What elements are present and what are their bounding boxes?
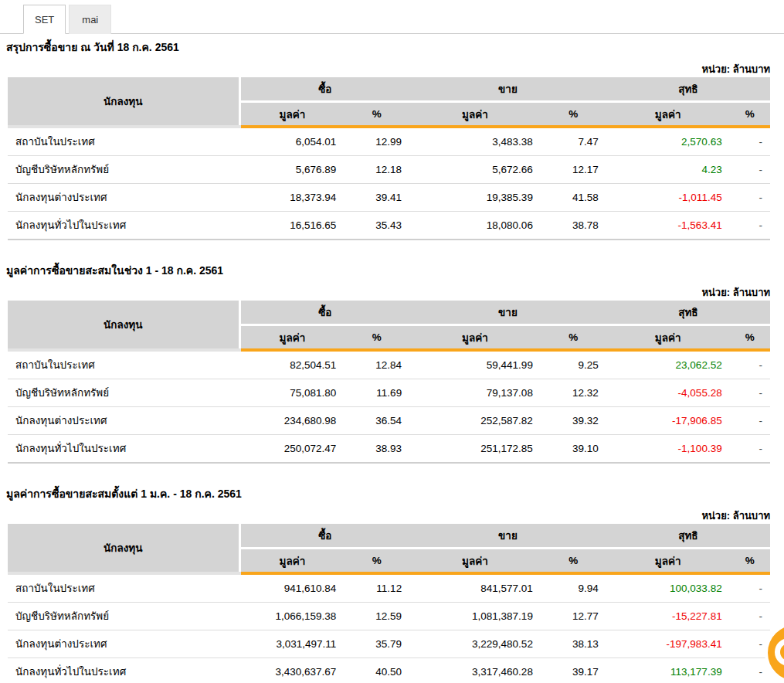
col-subheader-buy-value: มูลค่า — [239, 325, 344, 351]
cell-net-percent: - — [730, 127, 770, 156]
cell-buy-value: 3,031,497.11 — [239, 630, 344, 658]
cell-sell-value: 251,172.85 — [409, 435, 541, 464]
cell-net-percent: - — [730, 573, 770, 603]
table-row: บัญชีบริษัทหลักทรัพย์1,066,159.3812.591,… — [8, 603, 770, 630]
cell-sell-value: 252,587.82 — [409, 407, 541, 435]
cell-net-percent: - — [730, 603, 770, 630]
cell-buy-percent: 12.59 — [344, 603, 409, 630]
cell-buy-percent: 11.12 — [344, 573, 409, 603]
cell-buy-value: 941,610.84 — [239, 573, 344, 603]
cell-sell-percent: 12.32 — [541, 379, 606, 407]
col-subheader-net-value: มูลค่า — [606, 549, 730, 574]
table-row: นักลงทุนทั่วไปในประเทศ3,430,637.6740.503… — [8, 658, 770, 683]
col-header-sell: ขาย — [409, 301, 606, 325]
col-subheader-buy-percent: % — [344, 549, 409, 574]
cell-buy-percent: 12.18 — [344, 156, 409, 184]
section-title: มูลค่าการซื้อขายสะสมตั้งแต่ 1 ม.ค. - 18 … — [6, 487, 784, 501]
cell-sell-value: 59,441.99 — [409, 350, 541, 379]
section-title: สรุปการซื้อขาย ณ วันที่ 18 ก.ค. 2561 — [6, 40, 784, 54]
cell-buy-percent: 40.50 — [344, 658, 409, 683]
col-subheader-net-value: มูลค่า — [606, 102, 730, 127]
cell-net-value: 4.23 — [606, 156, 730, 184]
col-header-investor: นักลงทุน — [8, 301, 239, 350]
cell-net-value: -17,906.85 — [606, 407, 730, 435]
investor-summary-table: นักลงทุน ซื้อ ขาย สุทธิ มูลค่า % มูลค่า … — [8, 301, 770, 464]
cell-sell-value: 1,081,387.19 — [409, 603, 541, 630]
cell-investor: บัญชีบริษัทหลักทรัพย์ — [8, 603, 239, 630]
cell-buy-value: 234,680.98 — [239, 407, 344, 435]
cell-investor: บัญชีบริษัทหลักทรัพย์ — [8, 379, 239, 407]
col-subheader-sell-value: มูลค่า — [409, 325, 541, 351]
unit-label: หน่วย: ล้านบาท — [0, 287, 770, 299]
cell-net-percent: - — [730, 184, 770, 212]
col-header-net: สุทธิ — [606, 77, 770, 102]
section-title: มูลค่าการซื้อขายสะสมในช่วง 1 - 18 ก.ค. 2… — [6, 263, 784, 277]
cell-sell-value: 3,483.38 — [409, 127, 541, 156]
col-header-investor: นักลงทุน — [8, 524, 239, 573]
col-subheader-net-value: มูลค่า — [606, 325, 730, 351]
sections-container: สรุปการซื้อขาย ณ วันที่ 18 ก.ค. 2561 หน่… — [0, 40, 784, 683]
cell-investor: นักลงทุนต่างประเทศ — [8, 630, 239, 658]
trading-summary-section: มูลค่าการซื้อขายสะสมตั้งแต่ 1 ม.ค. - 18 … — [0, 487, 784, 683]
col-header-investor: นักลงทุน — [8, 77, 239, 127]
col-header-buy: ซื้อ — [239, 77, 409, 102]
cell-net-percent: - — [730, 350, 770, 379]
table-row: นักลงทุนต่างประเทศ3,031,497.1135.793,229… — [8, 630, 770, 658]
cell-buy-value: 6,054.01 — [239, 127, 344, 156]
cell-buy-value: 250,072.47 — [239, 435, 344, 464]
cell-sell-percent: 12.77 — [541, 603, 606, 630]
cell-sell-percent: 38.78 — [541, 212, 606, 240]
cell-net-value: 23,062.52 — [606, 350, 730, 379]
trading-summary-section: มูลค่าการซื้อขายสะสมในช่วง 1 - 18 ก.ค. 2… — [0, 263, 784, 464]
investor-summary-table: นักลงทุน ซื้อ ขาย สุทธิ มูลค่า % มูลค่า … — [8, 77, 770, 240]
page: { "tabs": [ { "label": "SET", "active": … — [0, 0, 784, 683]
cell-sell-percent: 39.32 — [541, 407, 606, 435]
chat-bubble-icon — [775, 638, 784, 666]
cell-sell-percent: 39.17 — [541, 658, 606, 683]
col-header-net: สุทธิ — [606, 524, 770, 549]
cell-investor: สถาบันในประเทศ — [8, 127, 239, 156]
unit-label: หน่วย: ล้านบาท — [0, 63, 770, 76]
cell-net-percent: - — [730, 379, 770, 407]
col-subheader-sell-percent: % — [541, 102, 606, 127]
cell-net-value: 2,570.63 — [606, 127, 730, 156]
trading-summary-section: สรุปการซื้อขาย ณ วันที่ 18 ก.ค. 2561 หน่… — [0, 40, 784, 240]
tab-set[interactable]: SET — [23, 5, 66, 34]
cell-investor: สถาบันในประเทศ — [8, 350, 239, 379]
cell-buy-value: 3,430,637.67 — [239, 658, 344, 683]
tab-bar: SETmai — [0, 0, 784, 34]
cell-sell-value: 5,672.66 — [409, 156, 541, 184]
cell-net-value: -1,100.39 — [606, 435, 730, 464]
cell-net-percent: - — [730, 435, 770, 464]
cell-net-percent: - — [730, 407, 770, 435]
tab-mai[interactable]: mai — [69, 5, 111, 34]
table-row: สถาบันในประเทศ82,504.5112.8459,441.999.2… — [8, 350, 770, 379]
cell-net-value: -15,227.81 — [606, 603, 730, 630]
cell-net-value: -197,983.41 — [606, 630, 730, 658]
cell-sell-value: 3,229,480.52 — [409, 630, 541, 658]
cell-net-value: -1,563.41 — [606, 212, 730, 240]
cell-buy-value: 82,504.51 — [239, 350, 344, 379]
cell-buy-value: 5,676.89 — [239, 156, 344, 184]
cell-buy-percent: 12.84 — [344, 350, 409, 379]
cell-sell-percent: 38.13 — [541, 630, 606, 658]
cell-buy-percent: 35.43 — [344, 212, 409, 240]
cell-net-percent: - — [730, 156, 770, 184]
col-subheader-net-percent: % — [730, 102, 770, 127]
col-subheader-sell-value: มูลค่า — [409, 102, 541, 127]
cell-buy-value: 18,373.94 — [239, 184, 344, 212]
unit-label: หน่วย: ล้านบาท — [0, 510, 770, 522]
cell-investor: นักลงทุนทั่วไปในประเทศ — [8, 435, 239, 464]
cell-sell-percent: 7.47 — [541, 127, 606, 156]
col-subheader-sell-percent: % — [541, 325, 606, 351]
table-row: นักลงทุนต่างประเทศ234,680.9836.54252,587… — [8, 407, 770, 435]
cell-buy-percent: 11.69 — [344, 379, 409, 407]
col-header-sell: ขาย — [409, 77, 606, 102]
table-row: นักลงทุนต่างประเทศ18,373.9439.4119,385.3… — [8, 184, 770, 212]
cell-net-value: 100,033.82 — [606, 573, 730, 603]
col-header-buy: ซื้อ — [239, 301, 409, 325]
cell-investor: นักลงทุนทั่วไปในประเทศ — [8, 658, 239, 683]
cell-investor: สถาบันในประเทศ — [8, 573, 239, 603]
investor-summary-table: นักลงทุน ซื้อ ขาย สุทธิ มูลค่า % มูลค่า … — [8, 524, 770, 683]
cell-buy-value: 75,081.80 — [239, 379, 344, 407]
